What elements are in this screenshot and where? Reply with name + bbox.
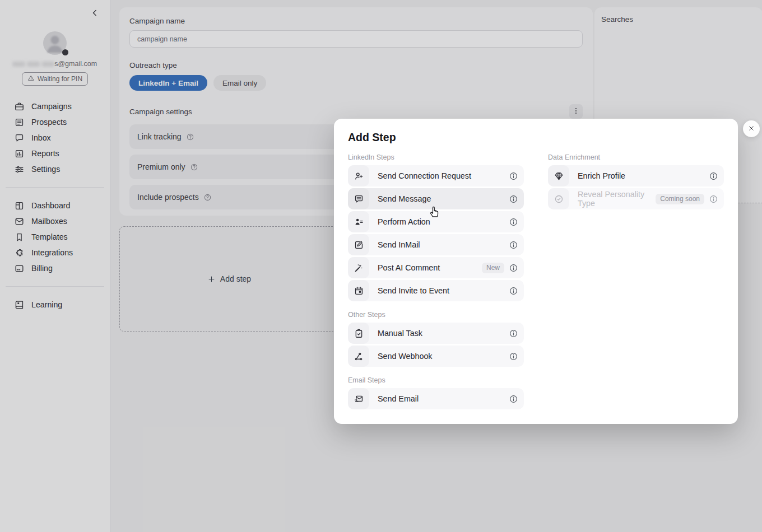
modal-columns: LinkedIn StepsSend Connection RequestSen… (348, 144, 724, 411)
modal-column: Data EnrichmentEnrich ProfileReveal Pers… (548, 144, 724, 411)
person-action-icon (348, 211, 369, 232)
step-item-label: Reveal Personality Type (578, 190, 656, 208)
step-item-label: Send Message (378, 194, 431, 203)
inmail-icon (348, 234, 369, 255)
modal-close-button[interactable] (743, 120, 760, 137)
step-item-label: Send Webhook (378, 352, 433, 361)
step-item-send-email[interactable]: Send Email (348, 388, 524, 409)
close-icon (747, 124, 755, 134)
modal-column: LinkedIn StepsSend Connection RequestSen… (348, 144, 524, 411)
calendar-icon (348, 280, 369, 301)
status-badge: New (482, 263, 504, 273)
info-icon[interactable] (709, 194, 718, 204)
step-item-reveal-personality-type: Reveal Personality TypeComing soon (548, 188, 724, 209)
step-item-label: Perform Action (378, 217, 430, 226)
step-item-send-invite-to-event[interactable]: Send Invite to Event (348, 280, 524, 301)
send-email-icon (348, 388, 369, 409)
step-item-label: Send Invite to Event (378, 286, 449, 295)
step-item-send-connection-request[interactable]: Send Connection Request (348, 165, 524, 186)
step-item-send-message[interactable]: Send Message (348, 188, 524, 209)
section-label: Email Steps (348, 376, 524, 384)
add-step-modal: Add Step LinkedIn StepsSend Connection R… (334, 119, 738, 424)
step-item-label: Send InMail (378, 240, 420, 249)
info-icon[interactable] (509, 263, 518, 273)
wand-icon (348, 257, 369, 278)
message-icon (348, 188, 369, 209)
section-label: Data Enrichment (548, 153, 724, 161)
step-item-post-ai-comment[interactable]: Post AI CommentNew (348, 257, 524, 278)
step-item-label: Enrich Profile (578, 171, 625, 180)
info-icon[interactable] (709, 171, 718, 181)
info-icon[interactable] (509, 394, 518, 404)
info-icon[interactable] (509, 352, 518, 361)
step-item-send-webhook[interactable]: Send Webhook (348, 346, 524, 367)
step-item-enrich-profile[interactable]: Enrich Profile (548, 165, 724, 186)
diamond-icon (548, 165, 569, 186)
clipboard-check-icon (348, 323, 369, 344)
status-badge: Coming soon (656, 194, 704, 204)
section-label: Other Steps (348, 311, 524, 319)
info-icon[interactable] (509, 194, 518, 204)
info-icon[interactable] (509, 286, 518, 296)
info-icon[interactable] (509, 329, 518, 338)
badge-check-icon (548, 188, 569, 209)
step-item-label: Post AI Comment (378, 263, 440, 272)
section-label: LinkedIn Steps (348, 153, 524, 161)
step-item-label: Send Email (378, 394, 419, 403)
info-icon[interactable] (509, 240, 518, 250)
info-icon[interactable] (509, 171, 518, 181)
webhook-icon (348, 346, 369, 367)
person-plus-icon (348, 165, 369, 186)
step-item-perform-action[interactable]: Perform Action (348, 211, 524, 232)
step-item-manual-task[interactable]: Manual Task (348, 323, 524, 344)
modal-title: Add Step (348, 131, 724, 144)
step-item-label: Send Connection Request (378, 171, 471, 180)
step-item-label: Manual Task (378, 329, 422, 338)
step-item-send-inmail[interactable]: Send InMail (348, 234, 524, 255)
info-icon[interactable] (509, 217, 518, 227)
